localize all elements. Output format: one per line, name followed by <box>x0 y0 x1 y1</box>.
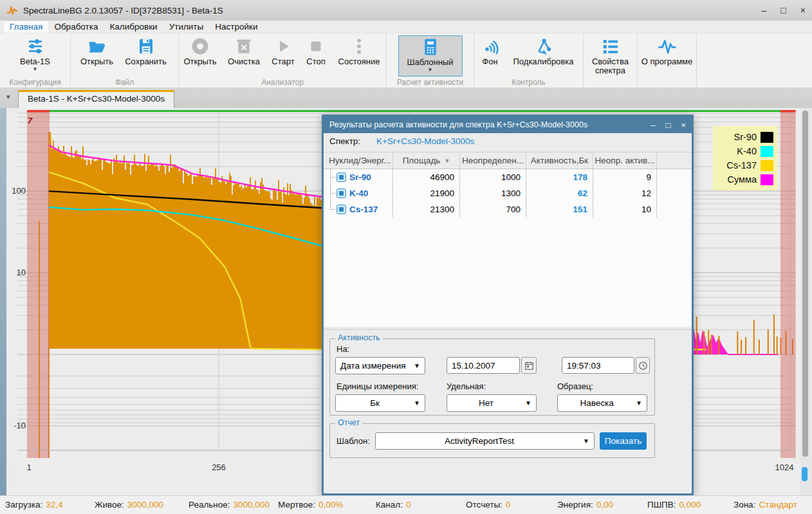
legend-item: Cs-137 <box>715 158 773 172</box>
scrollbar-thumb[interactable] <box>802 111 808 457</box>
units-combobox[interactable]: Бк ▼ <box>335 394 425 412</box>
chevron-down-icon: ▼ <box>414 399 425 407</box>
spectrum-tab[interactable]: Beta-1S - K+Sr+Cs30-Model-3000s <box>18 90 174 108</box>
about-icon <box>658 37 677 56</box>
sample-label: Образец: <box>557 381 593 391</box>
column-header[interactable]: Площадь▼ <box>393 152 460 169</box>
menu-item[interactable]: Обработка <box>48 21 104 33</box>
ribbon-button[interactable]: Сохранить <box>119 35 173 77</box>
save-icon <box>136 37 156 56</box>
nuclide-checkbox[interactable] <box>337 172 346 182</box>
menu-item[interactable]: Главная <box>4 21 48 33</box>
dialog-maximize-button[interactable]: □ <box>666 120 671 130</box>
close-button[interactable]: × <box>800 5 806 15</box>
units-label: Единицы измерения: <box>337 381 418 391</box>
column-header[interactable]: Активность,Бк <box>526 152 593 169</box>
maximize-button[interactable]: □ <box>780 5 786 15</box>
spectrum-name-link[interactable]: K+Sr+Cs30-Model-3000s <box>376 136 474 146</box>
report-template-combobox[interactable]: ActivityReportTest ▼ <box>375 432 595 450</box>
status-item: Загрузка:32,4 <box>5 496 63 514</box>
ribbon-group: О программе <box>638 33 697 87</box>
specific-label: Удельная: <box>447 381 486 391</box>
svg-text:256: 256 <box>212 463 226 472</box>
date-field[interactable]: 15.10.2007 <box>447 357 520 374</box>
window-title: SpectraLineBG 2.0.13057 - ID[372B8531] -… <box>23 6 223 15</box>
sort-arrow-icon: ▼ <box>444 158 450 164</box>
chevron-down-icon: ▼ <box>636 399 647 407</box>
nuclide-name: K-40 <box>349 188 368 198</box>
background-icon <box>481 37 500 56</box>
nuclide-checkbox[interactable] <box>337 205 346 214</box>
dialog-close-button[interactable]: × <box>681 120 686 130</box>
app-logo-icon <box>6 5 18 16</box>
ribbon-group: Свойства спектра <box>584 33 638 87</box>
column-header[interactable]: Неопр. актив... <box>593 152 657 169</box>
menu-item[interactable]: Утилиты <box>163 21 210 33</box>
specific-combobox[interactable]: Нет ▼ <box>447 394 537 412</box>
tree-line <box>330 209 336 210</box>
ribbon-button: Очистка <box>223 35 265 77</box>
column-header[interactable]: Неопределен... <box>460 152 526 169</box>
ribbon-button[interactable]: Фон <box>476 35 504 77</box>
stop-icon <box>306 37 326 56</box>
chevron-down-icon: ▼ <box>583 437 594 445</box>
tab-list-caret-icon[interactable]: ▾ <box>6 93 10 101</box>
ribbon-button[interactable]: Свойства спектра <box>585 35 636 77</box>
sample-combobox[interactable]: Навеска ▼ <box>557 394 647 412</box>
table-cell: 1000 <box>460 169 526 185</box>
table-row[interactable]: K-402190013006212 <box>324 185 692 201</box>
detector-icon <box>190 37 210 56</box>
on-label: На: <box>337 344 349 354</box>
menu-item[interactable]: Настройки <box>209 21 263 33</box>
time-field[interactable]: 19:57:03 <box>562 357 634 374</box>
ribbon-button: Стоп <box>301 35 331 77</box>
table-cell: 46900 <box>393 169 460 185</box>
table-row[interactable]: Sr-904690010001789 <box>324 169 692 185</box>
ellipsis-icon <box>349 37 369 56</box>
ribbon-button[interactable]: Открыть <box>77 35 118 77</box>
table-cell: 12 <box>593 185 657 201</box>
application-window: SpectraLineBG 2.0.13057 - ID[372B8531] -… <box>0 0 812 514</box>
legend-swatch <box>761 132 773 143</box>
status-item: Отсчеты:0 <box>466 496 510 514</box>
table-cell: 21900 <box>393 185 460 201</box>
nuclide-table: Нуклид/Энерг...Площадь▼Неопределен...Акт… <box>324 152 692 217</box>
svg-text:1024: 1024 <box>775 463 794 472</box>
dialog-minimize-button[interactable]: – <box>651 120 655 130</box>
legend-swatch <box>761 174 773 185</box>
show-report-button[interactable]: Показать <box>600 432 647 450</box>
table-cell: 151 <box>526 201 593 217</box>
dialog-splitter[interactable] <box>324 329 692 330</box>
nuclide-checkbox[interactable] <box>337 188 346 198</box>
activity-groupbox: Активность На: Дата измерения ▼ 15.10.20… <box>329 338 655 416</box>
chart-legend: Sr-90K-40Cs-137Сумма <box>713 126 777 190</box>
ribbon-button[interactable]: Подкалибровка <box>506 35 582 77</box>
folder-open-icon <box>88 37 107 56</box>
table-row[interactable]: Cs-1372130070015110 <box>324 201 692 217</box>
ribbon-button[interactable]: Шаблонный▼ <box>398 35 463 77</box>
chart-scrollbar[interactable] <box>800 108 812 495</box>
column-header[interactable]: Нуклид/Энерг... <box>324 152 393 169</box>
calendar-button[interactable] <box>521 357 537 374</box>
scrollbar-indicator[interactable] <box>802 467 807 481</box>
ribbon-button[interactable]: Beta-1S▼ <box>13 35 58 77</box>
status-item: Реальное:3000,000 <box>189 496 270 514</box>
table-cell: 10 <box>593 201 657 217</box>
status-item: Зона:Стандарт <box>734 496 797 514</box>
nuclide-name: Sr-90 <box>349 172 371 182</box>
ribbon-group: Beta-1S▼Конфигурация <box>0 33 71 87</box>
menu-bar: ГлавнаяОбработкаКалибровкиУтилитыНастрой… <box>0 21 812 33</box>
svg-text:10: 10 <box>17 268 26 277</box>
minimize-button[interactable]: – <box>762 5 767 15</box>
clock-button[interactable] <box>636 357 650 374</box>
status-bar: Загрузка:32,4Живое:3000,000Реальное:3000… <box>0 495 812 514</box>
ribbon-button[interactable]: О программе <box>640 35 695 77</box>
ribbon-button: Старт <box>266 35 300 77</box>
list-icon <box>601 37 620 56</box>
date-type-combobox[interactable]: Дата измерения ▼ <box>335 357 425 374</box>
chevron-down-icon: ▼ <box>414 362 425 369</box>
ribbon-button: Открыть <box>179 35 221 77</box>
menu-item[interactable]: Калибровки <box>104 21 163 33</box>
calculator-icon <box>421 37 440 57</box>
ribbon-group: ОткрытьСохранитьФайл <box>71 33 179 87</box>
